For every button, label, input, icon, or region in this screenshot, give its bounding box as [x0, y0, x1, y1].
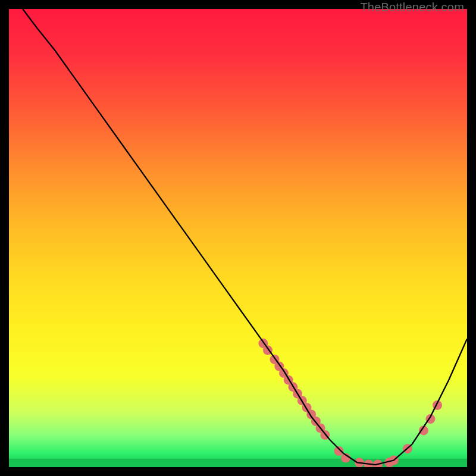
- bottleneck-curve: [23, 9, 467, 465]
- chart-frame: [9, 9, 467, 467]
- data-marker: [334, 446, 343, 456]
- chart-svg: [9, 9, 467, 467]
- watermark-text: TheBottleneck.com: [360, 1, 464, 14]
- data-markers: [258, 339, 442, 467]
